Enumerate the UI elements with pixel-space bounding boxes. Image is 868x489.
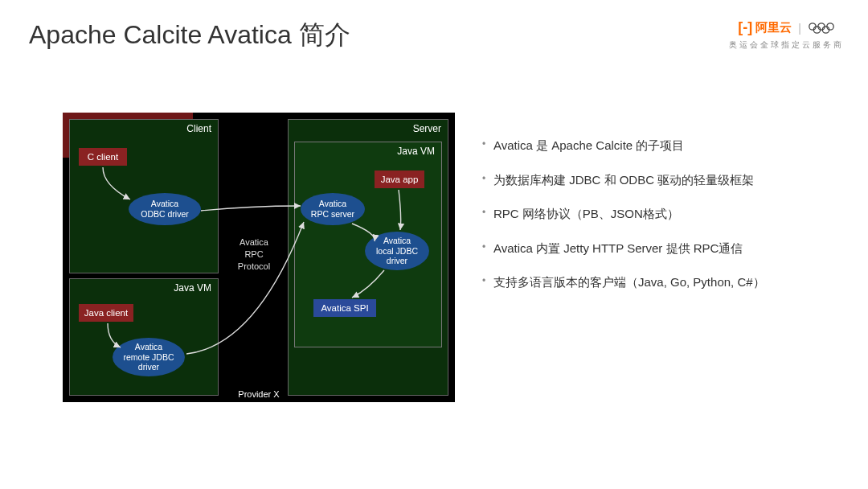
logo-divider: | <box>798 22 801 35</box>
logo-subtitle: 奥运会全球指定云服务商 <box>729 39 844 51</box>
client-javavm-label: Java VM <box>174 282 211 294</box>
odbc-driver-node: AvaticaODBC driver <box>129 193 201 225</box>
local-jdbc-node: Avaticalocal JDBCdriver <box>365 232 429 270</box>
server-javavm-label: Java VM <box>397 146 435 157</box>
bullet-item: 支持多语言版本的客户端（Java, Go, Python, C#） <box>482 273 844 292</box>
provider-x-label: Provider X <box>63 389 455 399</box>
aliyun-logo: [-] 阿里云 <box>738 19 792 36</box>
aliyun-brand-text: 阿里云 <box>755 20 792 35</box>
brand-logo-area: [-] 阿里云 | 奥运会全球指定云服务商 <box>729 19 844 51</box>
server-box-label: Server <box>413 123 441 134</box>
rpc-server-node: AvaticaRPC server <box>301 193 365 225</box>
bullet-item: Avatica 是 Apache Calcite 的子项目 <box>482 137 844 155</box>
bullet-list: Avatica 是 Apache Calcite 的子项目 为数据库构建 JDB… <box>482 137 844 308</box>
page-title: Apache Calcite Avatica 简介 <box>29 18 350 53</box>
rpc-protocol-label: AvaticaRPCProtocol <box>231 236 276 273</box>
remote-jdbc-node: Avaticaremote JDBCdriver <box>113 338 185 376</box>
bullet-item: Avatica 内置 Jetty HTTP Server 提供 RPC通信 <box>482 240 844 258</box>
bullet-item: RPC 网络协议（PB、JSON格式） <box>482 205 844 224</box>
java-client-node: Java client <box>79 304 133 322</box>
bullet-item: 为数据库构建 JDBC 和 ODBC 驱动的轻量级框架 <box>482 171 844 190</box>
architecture-diagram: Client Java VM Server Java VM Provider X… <box>63 113 455 402</box>
avatica-spi-node: Avatica SPI <box>313 299 376 317</box>
java-app-node: Java app <box>375 171 424 188</box>
client-box-label: Client <box>186 123 211 134</box>
client-javavm-box: Java VM <box>69 278 219 396</box>
olympic-rings-icon <box>808 22 835 35</box>
c-client-node: C client <box>79 148 127 166</box>
aliyun-bracket-icon: [-] <box>738 19 752 36</box>
